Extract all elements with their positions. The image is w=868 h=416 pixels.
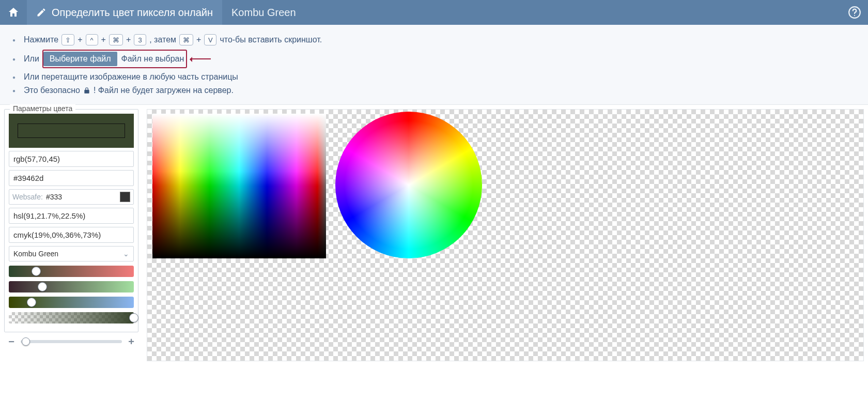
websafe-value: #333 xyxy=(46,193,117,201)
zoom-thumb[interactable] xyxy=(22,337,30,346)
lock-icon xyxy=(83,87,90,94)
hsl-input[interactable] xyxy=(9,208,134,224)
chevron-down-icon: ⌄ xyxy=(123,250,129,258)
home-button[interactable] xyxy=(0,0,27,25)
key-ctrl: ^ xyxy=(86,34,98,45)
zoom-in-button[interactable]: + xyxy=(126,336,136,347)
slider-red-thumb[interactable] xyxy=(32,267,41,276)
websafe-chip xyxy=(120,192,130,202)
help-button[interactable] xyxy=(841,0,868,25)
page-subtitle: Kombu Green xyxy=(222,0,305,25)
slider-green[interactable] xyxy=(9,281,134,292)
zoom-control: − + xyxy=(4,336,138,347)
pencil-icon xyxy=(36,7,47,18)
slider-blue[interactable] xyxy=(9,297,134,308)
key-cmd2: ⌘ xyxy=(179,34,193,45)
color-name-value: Kombu Green xyxy=(13,250,123,258)
cmyk-input[interactable] xyxy=(9,227,134,243)
no-file-label: Файл не выбран xyxy=(121,54,184,64)
key-cmd: ⌘ xyxy=(109,34,123,45)
page-title-wrap: Определить цвет пикселя онлайн xyxy=(27,0,222,25)
key-shift: ⇧ xyxy=(61,34,74,45)
color-swatch-inner xyxy=(18,124,125,138)
websafe-row[interactable]: Websafe: #333 xyxy=(9,189,134,205)
zoom-out-button[interactable]: − xyxy=(6,336,17,347)
color-swatch[interactable] xyxy=(9,114,134,148)
slider-blue-thumb[interactable] xyxy=(27,298,36,307)
websafe-label: Websafe: xyxy=(12,193,43,201)
app-header: Определить цвет пикселя онлайн Kombu Gre… xyxy=(0,0,868,25)
instructions: Нажмите ⇧ + ^ + ⌘ + 3 , затем ⌘ + V что-… xyxy=(0,25,868,105)
instruction-safe: Это безопасно ! Файл не будет загружен н… xyxy=(12,84,856,97)
choose-file-button[interactable]: Выберите файл xyxy=(43,52,117,66)
key-v: V xyxy=(204,34,216,45)
slider-red[interactable] xyxy=(9,266,134,277)
zoom-slider[interactable] xyxy=(21,340,122,343)
color-name-dropdown[interactable]: Kombu Green ⌄ xyxy=(9,246,134,261)
image-canvas[interactable] xyxy=(147,109,864,361)
hex-input[interactable] xyxy=(9,170,134,186)
color-wheel[interactable] xyxy=(335,112,482,258)
panel-legend: Параметры цвета xyxy=(10,104,75,113)
instruction-choose-file: Или Выберите файл Файл не выбран xyxy=(12,48,856,70)
instruction-screenshot: Нажмите ⇧ + ^ + ⌘ + 3 , затем ⌘ + V что-… xyxy=(12,32,856,48)
gradient-palette[interactable] xyxy=(152,114,326,258)
color-params-panel: Параметры цвета Websafe: #333 Kombu Gree… xyxy=(4,109,138,332)
instruction-drag: Или перетащите изображение в любую часть… xyxy=(12,70,856,84)
slider-alpha[interactable] xyxy=(9,312,134,323)
annotation-arrow xyxy=(190,58,211,59)
svg-point-1 xyxy=(854,15,855,16)
page-title: Определить цвет пикселя онлайн xyxy=(52,7,213,19)
key-3: 3 xyxy=(134,34,146,45)
rgb-input[interactable] xyxy=(9,151,134,167)
slider-alpha-thumb[interactable] xyxy=(129,313,138,322)
slider-green-thumb[interactable] xyxy=(38,282,47,291)
help-icon xyxy=(848,6,861,19)
home-icon xyxy=(7,6,20,19)
